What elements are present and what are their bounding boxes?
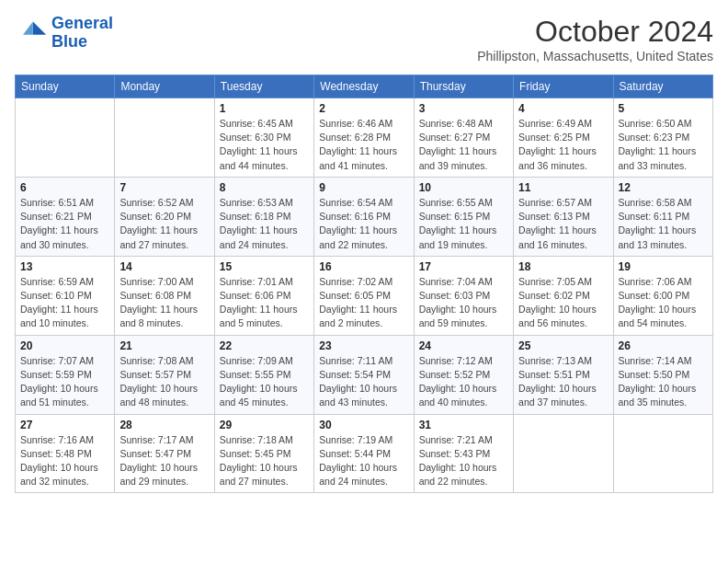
calendar-cell: 26Sunrise: 7:14 AMSunset: 5:50 PMDayligh… [613,335,712,414]
day-number: 11 [518,181,608,194]
day-number: 7 [119,181,209,194]
day-number: 24 [419,339,508,352]
calendar-cell: 1Sunrise: 6:45 AMSunset: 6:30 PMDaylight… [214,98,313,178]
calendar-cell: 8Sunrise: 6:53 AMSunset: 6:18 PMDaylight… [214,177,313,256]
day-number: 22 [220,339,309,352]
day-of-week-header: Monday [115,75,214,98]
day-of-week-header: Friday [514,75,613,98]
day-info: Sunrise: 7:05 AMSunset: 6:02 PMDaylight:… [518,275,608,331]
day-info: Sunrise: 7:19 AMSunset: 5:44 PMDaylight:… [319,433,408,489]
calendar-cell: 2Sunrise: 6:46 AMSunset: 6:28 PMDaylight… [314,98,414,178]
day-info: Sunrise: 7:06 AMSunset: 6:00 PMDaylight:… [619,275,708,331]
day-number: 27 [20,419,109,431]
day-number: 26 [619,339,708,352]
calendar-cell: 28Sunrise: 7:17 AMSunset: 5:47 PMDayligh… [115,414,214,493]
day-of-week-header: Thursday [414,75,513,98]
day-info: Sunrise: 7:16 AMSunset: 5:48 PMDaylight:… [20,433,109,489]
day-number: 25 [518,339,608,352]
day-number: 4 [518,102,608,115]
day-number: 19 [619,260,708,273]
calendar-cell: 18Sunrise: 7:05 AMSunset: 6:02 PMDayligh… [514,256,613,335]
calendar-cell: 30Sunrise: 7:19 AMSunset: 5:44 PMDayligh… [314,414,414,493]
day-info: Sunrise: 6:48 AMSunset: 6:27 PMDaylight:… [419,117,508,173]
day-number: 13 [20,260,109,273]
day-info: Sunrise: 7:14 AMSunset: 5:50 PMDaylight:… [619,354,708,410]
day-info: Sunrise: 7:07 AMSunset: 5:59 PMDaylight:… [20,354,109,410]
logo: General Blue [15,15,113,52]
page-header: General Blue October 2024 Phillipston, M… [15,15,713,63]
day-of-week-header: Tuesday [214,75,313,98]
day-info: Sunrise: 7:13 AMSunset: 5:51 PMDaylight:… [518,354,608,410]
day-of-week-header: Saturday [613,75,712,98]
calendar-cell: 22Sunrise: 7:09 AMSunset: 5:55 PMDayligh… [214,335,313,414]
calendar-cell: 23Sunrise: 7:11 AMSunset: 5:54 PMDayligh… [314,335,414,414]
day-info: Sunrise: 6:51 AMSunset: 6:21 PMDaylight:… [20,196,109,252]
calendar-cell: 5Sunrise: 6:50 AMSunset: 6:23 PMDaylight… [613,98,712,178]
calendar-cell: 17Sunrise: 7:04 AMSunset: 6:03 PMDayligh… [414,256,513,335]
day-info: Sunrise: 6:45 AMSunset: 6:30 PMDaylight:… [220,117,309,173]
day-number: 21 [119,339,209,352]
day-info: Sunrise: 7:18 AMSunset: 5:45 PMDaylight:… [220,433,309,489]
day-number: 29 [220,419,309,431]
svg-marker-0 [33,21,46,34]
day-number: 23 [319,339,408,352]
calendar-table: SundayMondayTuesdayWednesdayThursdayFrid… [15,75,713,493]
day-info: Sunrise: 6:53 AMSunset: 6:18 PMDaylight:… [220,196,309,252]
title-block: October 2024 Phillipston, Massachusetts,… [477,15,713,63]
day-info: Sunrise: 6:54 AMSunset: 6:16 PMDaylight:… [319,196,408,252]
calendar-cell: 12Sunrise: 6:58 AMSunset: 6:11 PMDayligh… [613,177,712,256]
day-info: Sunrise: 7:08 AMSunset: 5:57 PMDaylight:… [119,354,209,410]
calendar-cell [115,98,214,178]
day-info: Sunrise: 6:49 AMSunset: 6:25 PMDaylight:… [518,117,608,173]
day-info: Sunrise: 6:58 AMSunset: 6:11 PMDaylight:… [619,196,708,252]
day-info: Sunrise: 6:55 AMSunset: 6:15 PMDaylight:… [419,196,508,252]
day-number: 17 [419,260,508,273]
logo-text: General Blue [51,15,113,52]
day-number: 10 [419,181,508,194]
day-info: Sunrise: 7:11 AMSunset: 5:54 PMDaylight:… [319,354,408,410]
day-number: 8 [220,181,309,194]
day-info: Sunrise: 7:02 AMSunset: 6:05 PMDaylight:… [319,275,408,331]
calendar-cell: 27Sunrise: 7:16 AMSunset: 5:48 PMDayligh… [16,414,115,493]
day-info: Sunrise: 6:59 AMSunset: 6:10 PMDaylight:… [20,275,109,331]
calendar-cell: 24Sunrise: 7:12 AMSunset: 5:52 PMDayligh… [414,335,513,414]
day-number: 2 [319,102,408,115]
calendar-cell: 7Sunrise: 6:52 AMSunset: 6:20 PMDaylight… [115,177,214,256]
day-number: 3 [419,102,508,115]
day-number: 31 [419,419,508,431]
calendar-cell: 4Sunrise: 6:49 AMSunset: 6:25 PMDaylight… [514,98,613,178]
calendar-cell: 10Sunrise: 6:55 AMSunset: 6:15 PMDayligh… [414,177,513,256]
calendar-cell: 6Sunrise: 6:51 AMSunset: 6:21 PMDaylight… [16,177,115,256]
calendar-cell: 16Sunrise: 7:02 AMSunset: 6:05 PMDayligh… [314,256,414,335]
calendar-cell: 31Sunrise: 7:21 AMSunset: 5:43 PMDayligh… [414,414,513,493]
calendar-cell: 14Sunrise: 7:00 AMSunset: 6:08 PMDayligh… [115,256,214,335]
day-info: Sunrise: 7:09 AMSunset: 5:55 PMDaylight:… [220,354,309,410]
day-number: 9 [319,181,408,194]
day-of-week-header: Sunday [16,75,115,98]
day-number: 5 [619,102,708,115]
day-info: Sunrise: 6:52 AMSunset: 6:20 PMDaylight:… [119,196,209,252]
svg-marker-1 [23,21,33,34]
day-number: 12 [619,181,708,194]
day-of-week-header: Wednesday [314,75,414,98]
calendar-cell: 19Sunrise: 7:06 AMSunset: 6:00 PMDayligh… [613,256,712,335]
day-info: Sunrise: 7:04 AMSunset: 6:03 PMDaylight:… [419,275,508,331]
day-info: Sunrise: 7:00 AMSunset: 6:08 PMDaylight:… [119,275,209,331]
day-info: Sunrise: 6:46 AMSunset: 6:28 PMDaylight:… [319,117,408,173]
day-info: Sunrise: 7:12 AMSunset: 5:52 PMDaylight:… [419,354,508,410]
day-number: 15 [220,260,309,273]
day-number: 30 [319,419,408,431]
calendar-cell: 20Sunrise: 7:07 AMSunset: 5:59 PMDayligh… [16,335,115,414]
day-info: Sunrise: 7:17 AMSunset: 5:47 PMDaylight:… [119,433,209,489]
day-number: 16 [319,260,408,273]
calendar-cell [514,414,613,493]
calendar-cell: 3Sunrise: 6:48 AMSunset: 6:27 PMDaylight… [414,98,513,178]
calendar-cell: 25Sunrise: 7:13 AMSunset: 5:51 PMDayligh… [514,335,613,414]
day-info: Sunrise: 7:21 AMSunset: 5:43 PMDaylight:… [419,433,508,489]
calendar-cell [16,98,115,178]
calendar-cell: 11Sunrise: 6:57 AMSunset: 6:13 PMDayligh… [514,177,613,256]
day-number: 14 [119,260,209,273]
day-number: 6 [20,181,109,194]
calendar-cell: 15Sunrise: 7:01 AMSunset: 6:06 PMDayligh… [214,256,313,335]
month-title: October 2024 [477,15,713,49]
